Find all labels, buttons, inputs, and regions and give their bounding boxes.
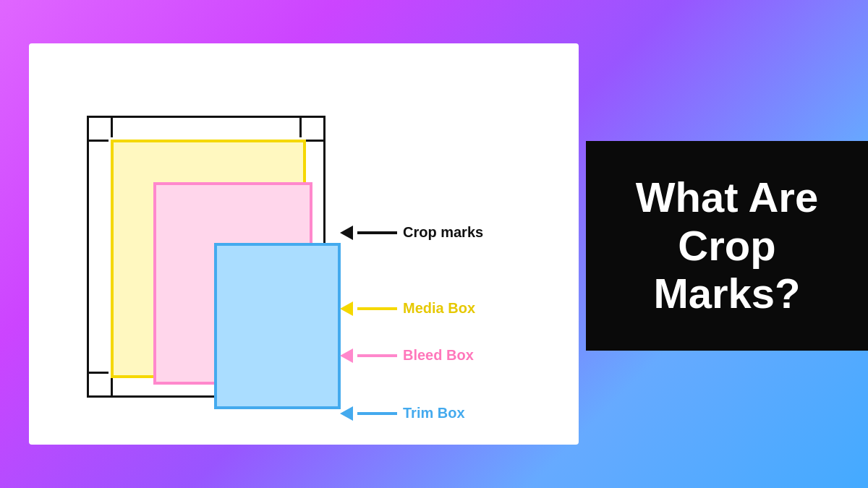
diagram: Crop marks Media Box Bleed Box Trim Box [87, 116, 362, 419]
arrow-line-yellow [357, 307, 397, 310]
black-panel: What Are Crop Marks? [586, 141, 868, 351]
crop-marks-arrow: Crop marks [340, 224, 483, 241]
panel-title-line1: What Are [636, 174, 818, 221]
crop-mark-tr-h [304, 140, 326, 142]
bleed-box [153, 182, 312, 385]
bleed-box-label: Bleed Box [403, 347, 474, 364]
white-card: Crop marks Media Box Bleed Box Trim Box [29, 43, 579, 445]
arrow-line-black [357, 231, 397, 234]
arrow-head-pink [340, 348, 353, 363]
media-box-label: Media Box [403, 300, 475, 317]
arrow-line-blue [357, 412, 397, 415]
media-box-arrow: Media Box [340, 300, 475, 317]
background: Crop marks Media Box Bleed Box Trim Box [0, 0, 868, 488]
crop-mark-tl-h [87, 140, 109, 142]
trim-box-arrow: Trim Box [340, 405, 465, 421]
outer-border [87, 116, 326, 398]
crop-marks-label: Crop marks [403, 224, 483, 241]
arrow-head-blue [340, 406, 353, 421]
trim-box-label: Trim Box [403, 405, 465, 421]
crop-mark-tr-v [299, 116, 302, 137]
crop-mark-bl-h [87, 372, 109, 374]
arrow-line-pink [357, 354, 397, 357]
media-box [111, 140, 306, 378]
bleed-box-arrow: Bleed Box [340, 347, 474, 364]
crop-mark-tl-v [111, 116, 113, 137]
arrow-head-black [340, 226, 353, 240]
crop-mark-bl-v [111, 376, 113, 398]
panel-title-line2: Crop Marks? [653, 222, 800, 317]
panel-title: What Are Crop Marks? [586, 159, 868, 333]
arrow-head-yellow [340, 301, 353, 316]
trim-box [214, 243, 341, 409]
